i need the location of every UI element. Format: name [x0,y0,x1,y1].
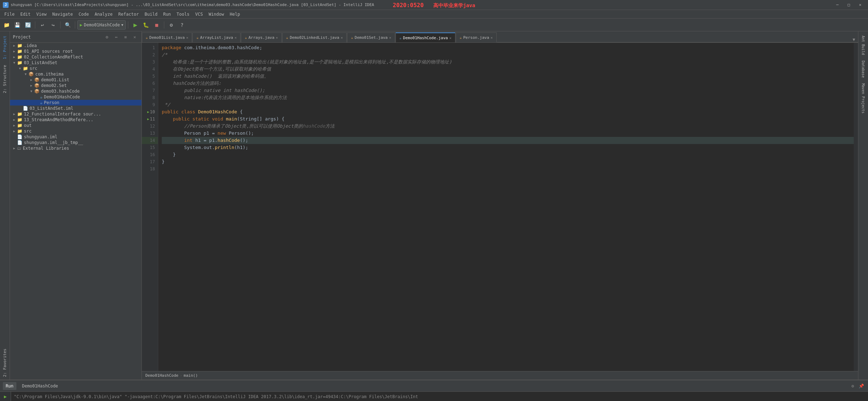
menu-item-tools[interactable]: Tools [174,10,192,19]
run-output: "C:\Program Files\Java\jdk-9.0.1\bin\jav… [11,392,868,401]
tree-demo01hashcode[interactable]: ☕ Demo01HashCode [10,94,141,100]
editor-with-sidebar: ☕ Demo01List.java ✕ ☕ ArrayList.java ✕ ☕… [142,31,868,380]
help-btn[interactable]: ? [177,20,187,30]
menu-item-build[interactable]: Build [142,10,160,19]
tab-close-demo01list[interactable]: ✕ [186,36,188,40]
toolbar-redo-btn[interactable]: ↪ [48,20,58,30]
tab-close-set[interactable]: ✕ [389,36,391,40]
breadcrumb-method[interactable]: main() [184,373,198,378]
menu-item-refactor[interactable]: Refactor [115,10,142,19]
menu-item-code[interactable]: Code [76,10,92,19]
menu-item-window[interactable]: Window [206,10,227,19]
tab-arrays[interactable]: ☕ Arrays.java ✕ [241,32,282,42]
vcs-btn[interactable]: ⚙ [166,20,176,30]
sidebar-tab-project[interactable]: 1: Project [1,33,9,62]
run-tab-filename[interactable]: Demo01HashCode [19,382,61,390]
tree-shungyuan-iml[interactable]: 📄 shungyuan.iml [10,134,141,140]
tree-demo03hash[interactable]: ▼ 📦 demo03.hashCode [10,88,141,94]
title-bar: J shungyuan [C:\Users\itcast\IdeaProject… [0,0,868,10]
tree-idea[interactable]: ▶ 📁 .idea [10,43,141,48]
tab-arraylist[interactable]: ☕ ArrayList.java ✕ [192,32,241,42]
tree-com-itheima[interactable]: ▼ 📦 com.itheima [10,71,141,77]
menu-item-navigate[interactable]: Navigate [50,10,76,19]
tree-out[interactable]: ▶ 📁 out [10,123,141,128]
tab-close-hash[interactable]: ✕ [449,36,451,40]
tab-person[interactable]: ☕ Person.java ✕ [456,32,497,42]
tab-demo01set[interactable]: ☕ Demo01Set.java ✕ [347,32,395,42]
project-scroll-btn[interactable]: ≡ [122,33,129,41]
watermark: 2020:0520 高中毕业来学java [393,1,475,9]
sidebar-tab-structure[interactable]: 2: Structure [1,62,9,96]
tree-03iml[interactable]: 📄 03_ListAndSet.iml [10,106,141,111]
tree-01api[interactable]: ▶ 📁 01_API sources root [10,48,141,54]
tree-src[interactable]: ▼ 📁 src [10,66,141,71]
tab-close-demo02[interactable]: ✕ [341,36,343,40]
tab-list-btn[interactable]: ▼ [850,37,858,42]
project-expand-btn[interactable]: ↔ [112,33,120,41]
code-line-18 [162,165,854,173]
sep2 [60,21,61,29]
sidebar-database[interactable]: Database [860,58,867,81]
tab-demo01list[interactable]: ☕ Demo01List.java ✕ [142,32,192,42]
line-num-12: 12 [142,123,158,130]
run-pin-btn[interactable]: 📌 [857,382,865,390]
run-config-combo[interactable]: ▶ Demo01HashCode ▼ [77,20,126,30]
line-num-8: 8 [142,94,158,101]
toolbar-undo-btn[interactable]: ↩ [37,20,47,30]
tree-shungyuan-tmp[interactable]: 📄 shungyuan.iml__jb_tmp__ [10,140,141,145]
left-sidebar-tabs: 1: Project 2: Structure 2: Favorites [0,31,10,380]
code-lines[interactable]: package com.itheima.demo03.hashCode; /* … [158,43,854,371]
tree-demo01list[interactable]: ▶ 📦 demo01.List [10,77,141,83]
tree-demo02set[interactable]: ▶ 📦 demo02.Set [10,83,141,88]
sidebar-maven[interactable]: Maven Projects [860,81,867,116]
tab-close-person[interactable]: ✕ [491,36,493,40]
editor-scrollbar[interactable] [854,43,858,371]
sep3 [75,21,75,29]
toolbar-save-btn[interactable]: 💾 [12,20,22,30]
menu-item-view[interactable]: View [33,10,50,19]
window-controls: ─ □ ✕ [832,1,865,9]
line-num-17: 17 [142,158,158,165]
toolbar-open-btn[interactable]: 📁 [1,20,11,30]
tab-close-arraylist[interactable]: ✕ [234,36,237,40]
tab-demo02linked[interactable]: ☕ Demo02LinkedList.java ✕ [282,32,347,42]
code-line-2: /* [162,51,854,58]
sep5 [164,21,164,29]
debug-button[interactable]: 🐛 [141,20,151,30]
menu-item-vcs[interactable]: VCS [192,10,206,19]
menu-item-analyze[interactable]: Analyze [92,10,115,19]
menu-item-help[interactable]: Help [227,10,243,19]
breadcrumb-class[interactable]: Demo01HashCode [145,373,179,378]
code-line-15: System.out.println(h1); [162,144,854,151]
run-tab-run[interactable]: Run [3,382,16,390]
sidebar-ant-build[interactable]: Ant Build [860,33,867,58]
toolbar: 📁 💾 🔄 ↩ ↪ 🔍 ▶ Demo01HashCode ▼ ▶ 🐛 ■ ⚙ ? [0,19,868,31]
code-line-4: 在Object类有一个方法,可以获取对象的哈希值 [162,66,854,73]
stop-button[interactable]: ■ [152,20,162,30]
run-button[interactable]: ▶ [130,20,140,30]
sidebar-tab-favorites[interactable]: 2: Favorites [1,346,9,380]
project-close-btn[interactable]: ✕ [131,33,139,41]
tree-13stream[interactable]: ▶ 📁 13_StreamAndMethodRefere... [10,117,141,123]
maximize-button[interactable]: □ [844,1,854,9]
tree-external-libs[interactable]: ▶ 🗂 External Libraries [10,145,141,151]
tab-close-arrays[interactable]: ✕ [276,36,278,40]
minimize-button[interactable]: ─ [832,1,842,9]
menu-item-run[interactable]: Run [160,10,174,19]
tree-02collection[interactable]: ▶ 📁 02_CollectionAndReflect [10,54,141,60]
tree-src2[interactable]: ▶ 📁 src [10,128,141,134]
run-settings-btn[interactable]: ⚙ [849,382,857,390]
tree-03list[interactable]: ▼ 📁 03_ListAndSet [10,60,141,66]
line-num-9: 9 [142,101,158,108]
menu-item-edit[interactable]: Edit [17,10,33,19]
close-button[interactable]: ✕ [855,1,865,9]
project-title: Project [13,35,102,40]
toolbar-search-btn[interactable]: 🔍 [63,20,73,30]
run-rerun-btn[interactable]: ▶ [1,393,9,400]
tab-demo01hashcode[interactable]: ☕ Demo01HashCode.java ✕ [396,32,455,42]
menu-item-file[interactable]: File [1,10,17,19]
tree-12functional[interactable]: ▶ 📁 12_FunctionalInterface sour... [10,111,141,117]
toolbar-sync-btn[interactable]: 🔄 [23,20,33,30]
tree-person[interactable]: ☕ Person [10,100,141,106]
project-gear-btn[interactable]: ⚙ [103,33,111,41]
